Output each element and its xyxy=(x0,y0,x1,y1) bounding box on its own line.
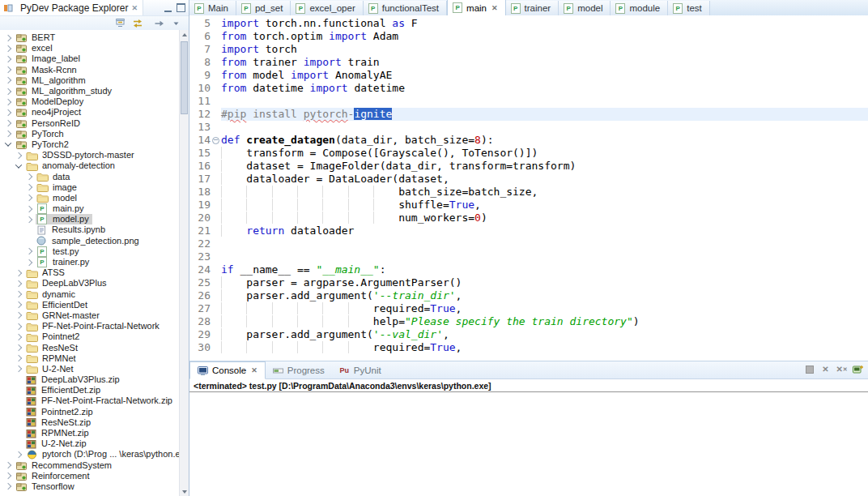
tree-item[interactable]: DeepLabV3Plus.zip xyxy=(0,374,180,385)
editor-tab-Main[interactable]: PMain xyxy=(189,1,236,15)
tree-item[interactable]: ResNeSt.zip xyxy=(0,417,180,428)
tree-item[interactable]: Results.ipynb xyxy=(0,224,180,235)
chevron-right-icon[interactable] xyxy=(5,66,11,73)
tree-item[interactable]: data xyxy=(0,171,180,182)
code-line[interactable]: 12#pip install pytorch-ignite xyxy=(189,108,868,121)
code-line[interactable]: 30 required=True, xyxy=(189,341,868,354)
chevron-right-icon[interactable] xyxy=(15,280,22,287)
tree-item[interactable]: Tensorflow xyxy=(0,481,180,492)
console-tab-Progress[interactable]: Progress xyxy=(266,362,332,378)
chevron-right-icon[interactable] xyxy=(15,451,22,458)
chevron-right-icon[interactable] xyxy=(15,312,22,319)
tree-item[interactable]: Ptrainer.py xyxy=(0,257,180,267)
editor-tab-trainer[interactable]: Ptrainer xyxy=(506,1,560,15)
tree-item[interactable]: RPMNet xyxy=(0,353,180,364)
chevron-down-icon[interactable] xyxy=(5,140,11,147)
maximize-icon[interactable] xyxy=(177,3,185,12)
code-line[interactable]: 28 help="Please specify the train direct… xyxy=(189,315,868,328)
tree-item[interactable]: neo4jProject xyxy=(0,107,180,118)
code-line[interactable]: 17 dataloader = DataLoader(dataset, xyxy=(189,173,868,186)
close-icon[interactable]: ✕ xyxy=(251,366,257,374)
tree-item[interactable]: U-2-Net.zip xyxy=(0,438,180,449)
focus-icon[interactable] xyxy=(153,18,165,29)
fold-collapse-icon[interactable] xyxy=(211,134,221,147)
editor-tab-main[interactable]: Pmain✕ xyxy=(447,0,505,16)
tree-item[interactable]: ResNeSt xyxy=(0,342,180,353)
minimize-icon[interactable] xyxy=(164,3,172,12)
tree-item[interactable]: 3DSSD-pytorch-master xyxy=(0,150,180,160)
code-line[interactable]: 8from trainer import train xyxy=(189,56,868,69)
code-line[interactable]: 6from torch.optim import Adam xyxy=(189,30,868,43)
chevron-right-icon[interactable] xyxy=(26,195,32,201)
chevron-right-icon[interactable] xyxy=(5,120,11,126)
tree-item[interactable]: pytorch (D:\Prog ... \keras\python.exe) xyxy=(0,449,180,460)
code-line[interactable]: 11 xyxy=(189,95,868,108)
chevron-right-icon[interactable] xyxy=(5,34,11,41)
chevron-right-icon[interactable] xyxy=(15,323,22,329)
remove-all-launches-icon[interactable]: ✕✕ xyxy=(836,365,847,374)
tree-item[interactable]: EfficientDet xyxy=(0,300,180,310)
scroll-down-icon[interactable] xyxy=(180,487,189,496)
explorer-view-tab[interactable]: PyDev Package Explorer ✕ xyxy=(0,0,143,15)
code-line[interactable]: 21 return dataloader xyxy=(189,224,868,237)
tree-item[interactable]: RecommendSystem xyxy=(0,460,180,471)
tree-item[interactable]: Pmain.py xyxy=(0,203,180,214)
tree-item[interactable]: RPMNet.zip xyxy=(0,428,180,438)
tree-item[interactable]: Pointnet2.zip xyxy=(0,407,180,417)
close-icon[interactable]: ✕ xyxy=(131,4,138,12)
chevron-right-icon[interactable] xyxy=(15,344,22,351)
scrollbar-thumb[interactable] xyxy=(181,41,188,114)
code-line[interactable]: 14def create_datagen(data_dir, batch_siz… xyxy=(189,134,868,147)
tree-item[interactable]: sample_detection.png xyxy=(0,236,180,246)
explorer-scrollbar[interactable] xyxy=(179,30,189,496)
chevron-right-icon[interactable] xyxy=(5,56,11,62)
tree-item[interactable]: excel xyxy=(0,43,180,53)
chevron-right-icon[interactable] xyxy=(15,366,22,372)
tree-item[interactable]: Pmodel.py xyxy=(0,214,180,224)
tree-item[interactable]: PF-Net-Point-Fractal-Network xyxy=(0,321,180,331)
tree-item[interactable]: EfficientDet.zip xyxy=(0,385,180,396)
code-line[interactable]: 10from datetime import datetime xyxy=(189,82,868,95)
scroll-up-icon[interactable] xyxy=(180,30,189,39)
tree-item[interactable]: PyTorch xyxy=(0,129,180,139)
console-tab-Console[interactable]: Console✕ xyxy=(189,361,266,379)
chevron-right-icon[interactable] xyxy=(5,88,11,94)
tree-item[interactable]: ML_algorithm xyxy=(0,75,180,86)
chevron-right-icon[interactable] xyxy=(15,269,22,276)
code-line[interactable]: 15 transform = Compose([Grayscale(), ToT… xyxy=(189,147,868,160)
code-line[interactable]: 29 parser.add_argument('--val_dir', xyxy=(189,328,868,341)
editor-tab-model[interactable]: Pmodel xyxy=(559,1,611,15)
link-with-editor-icon[interactable] xyxy=(131,18,143,29)
editor-tab-test[interactable]: Ptest xyxy=(668,1,710,15)
chevron-right-icon[interactable] xyxy=(26,259,32,265)
console-tab-PyUnit[interactable]: PuPyUnit xyxy=(332,362,389,378)
code-line[interactable]: 24if __name__ == "__main__": xyxy=(189,263,868,276)
console-output[interactable] xyxy=(189,392,868,496)
code-line[interactable]: 18 batch_size=batch_size, xyxy=(189,186,868,199)
chevron-right-icon[interactable] xyxy=(15,355,22,361)
terminate-icon[interactable] xyxy=(804,365,815,374)
tree-item[interactable]: ModelDeploy xyxy=(0,96,180,107)
tree-item[interactable]: anomaly-detection xyxy=(0,160,180,171)
code-line[interactable]: 20 num_workers=0) xyxy=(189,212,868,224)
code-line[interactable]: 7import torch xyxy=(189,43,868,56)
open-console-icon[interactable] xyxy=(853,365,863,374)
tree-item[interactable]: GRNet-master xyxy=(0,310,180,321)
code-line[interactable]: 16 dataset = ImageFolder(data_dir, trans… xyxy=(189,160,868,173)
chevron-right-icon[interactable] xyxy=(5,472,11,479)
editor-tab-excel_oper[interactable]: Pexcel_oper xyxy=(291,1,363,15)
tree-item[interactable]: BERT xyxy=(0,32,180,43)
code-editor[interactable]: 5import torch.nn.functional as F6from to… xyxy=(189,15,868,361)
tree-item[interactable]: PF-Net-Point-Fractal-Network.zip xyxy=(0,396,180,406)
chevron-right-icon[interactable] xyxy=(26,205,32,212)
tree-item[interactable]: Image_label xyxy=(0,53,180,64)
chevron-right-icon[interactable] xyxy=(5,77,11,83)
editor-tab-module[interactable]: Pmodule xyxy=(611,1,668,15)
tree-item[interactable]: ATSS xyxy=(0,267,180,278)
code-line[interactable]: 5import torch.nn.functional as F xyxy=(189,17,868,30)
remove-launch-icon[interactable]: ✕ xyxy=(820,365,831,374)
code-line[interactable]: 19 shuffle=True, xyxy=(189,199,868,212)
tree-item[interactable]: Reinforcement xyxy=(0,471,180,481)
tree-item[interactable]: Mask-Rcnn xyxy=(0,65,180,75)
code-line[interactable]: 13 xyxy=(189,121,868,134)
